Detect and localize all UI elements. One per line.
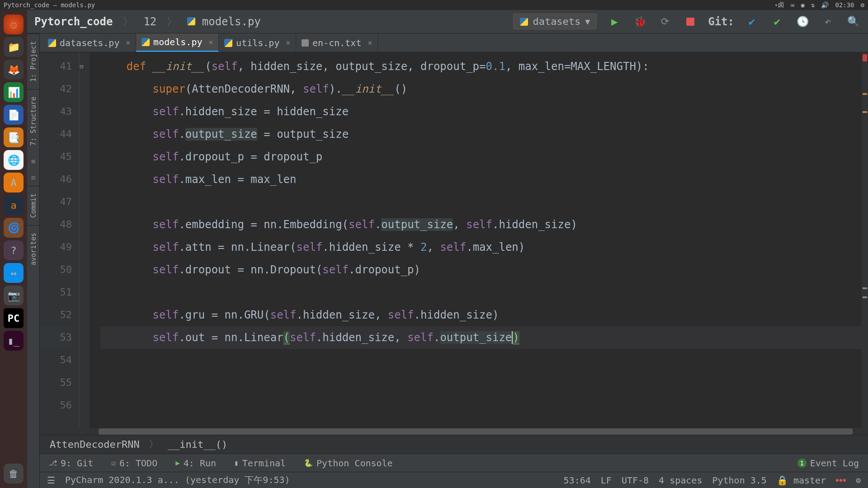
file-tab-en-cn-txt[interactable]: en-cn.txt× bbox=[296, 33, 378, 52]
dock-terminal[interactable]: ▮_ bbox=[4, 331, 24, 351]
line-number[interactable]: 44 bbox=[40, 123, 72, 145]
session-icon[interactable]: ⚙ bbox=[861, 1, 864, 9]
marker-caret[interactable] bbox=[863, 296, 867, 298]
error-stripe-icon[interactable] bbox=[863, 54, 867, 61]
code-editor[interactable]: 41424344454647484950515253545556 ⊟ def _… bbox=[40, 52, 868, 428]
line-number[interactable]: 50 bbox=[40, 258, 72, 281]
code-line[interactable] bbox=[100, 281, 862, 304]
run-button[interactable]: ▶ bbox=[607, 14, 622, 29]
line-number[interactable]: 51 bbox=[40, 281, 72, 304]
indent-settings[interactable]: 4 spaces bbox=[659, 475, 702, 486]
tool-todo[interactable]: ☑6: TODO bbox=[111, 458, 157, 469]
line-number[interactable]: 54 bbox=[40, 349, 72, 371]
volume-icon[interactable]: 🔊 bbox=[821, 1, 829, 9]
dock-pycharm[interactable]: PC bbox=[4, 308, 24, 328]
horizontal-scrollbar[interactable] bbox=[90, 428, 862, 435]
code-line[interactable] bbox=[100, 394, 862, 417]
line-number[interactable]: 48 bbox=[40, 213, 72, 236]
code-line[interactable] bbox=[100, 191, 862, 213]
clock[interactable]: 02:30 bbox=[835, 1, 854, 9]
line-gutter[interactable]: 41424344454647484950515253545556 bbox=[40, 52, 80, 428]
marker-warn[interactable] bbox=[863, 93, 867, 95]
code-line[interactable]: self.max_len = max_len bbox=[100, 168, 862, 191]
file-tab-datasets-py[interactable]: datasets.py× bbox=[42, 33, 136, 52]
code-area[interactable]: def __init__(self, hidden_size, output_s… bbox=[90, 52, 862, 428]
close-tab-icon[interactable]: × bbox=[286, 38, 290, 47]
event-log[interactable]: 1Event Log bbox=[797, 458, 859, 469]
dock-chrome[interactable]: 🌐 bbox=[4, 150, 24, 170]
marker-caret[interactable] bbox=[863, 287, 867, 289]
line-number[interactable]: 49 bbox=[40, 236, 72, 258]
line-separator[interactable]: LF bbox=[601, 475, 612, 486]
line-number[interactable]: 46 bbox=[40, 168, 72, 191]
search-everywhere-button[interactable]: 🔍 bbox=[845, 14, 861, 29]
line-number[interactable]: 47 bbox=[40, 191, 72, 213]
nav-class[interactable]: AttenDecoderRNN bbox=[50, 439, 140, 450]
file-tab-models-py[interactable]: models.py× bbox=[136, 33, 219, 52]
file-encoding[interactable]: UTF-8 bbox=[622, 475, 649, 486]
input-method-icon[interactable]: 卤 bbox=[778, 1, 784, 9]
overview-ruler[interactable] bbox=[862, 52, 868, 428]
code-line[interactable]: self.dropout_p = dropout_p bbox=[100, 145, 862, 168]
line-number[interactable]: 45 bbox=[40, 145, 72, 168]
breadcrumb-project[interactable]: Pytorch_code bbox=[34, 15, 113, 28]
git-rollback-button[interactable]: ↶ bbox=[820, 14, 835, 29]
fold-marker-icon[interactable]: ⊟ bbox=[80, 55, 90, 78]
git-update-button[interactable]: ✔ bbox=[744, 14, 760, 29]
code-line[interactable]: self.hidden_size = hidden_size bbox=[100, 100, 862, 123]
code-line[interactable]: def __init__(self, hidden_size, output_s… bbox=[100, 55, 862, 78]
code-line[interactable]: self.embedding = nn.Embedding(self.outpu… bbox=[100, 213, 862, 236]
line-number[interactable]: 52 bbox=[40, 304, 72, 326]
side-tab-icon-2[interactable]: ⊡ bbox=[27, 169, 39, 186]
dock-help[interactable]: ? bbox=[4, 240, 24, 260]
close-tab-icon[interactable]: × bbox=[368, 38, 372, 47]
scrollbar-thumb[interactable] bbox=[99, 428, 853, 435]
stop-button[interactable] bbox=[683, 14, 698, 29]
updown-icon[interactable]: ⇅ bbox=[811, 1, 815, 9]
dock-trash[interactable]: 🗑 bbox=[4, 464, 24, 483]
side-tab-project[interactable]: 1: Project bbox=[27, 33, 39, 89]
close-tab-icon[interactable]: × bbox=[208, 38, 213, 47]
side-tab-commit[interactable]: Commit bbox=[27, 186, 39, 225]
code-line[interactable]: self.attn = nn.Linear(self.hidden_size *… bbox=[100, 236, 862, 258]
code-line[interactable] bbox=[100, 349, 862, 371]
tool-terminal[interactable]: ▮Terminal bbox=[234, 458, 286, 469]
code-line[interactable]: super(AttenDecoderRNN, self).__init__() bbox=[100, 78, 862, 100]
mail-icon[interactable]: ✉ bbox=[791, 1, 794, 9]
nav-method[interactable]: __init__() bbox=[168, 439, 227, 450]
caret-position[interactable]: 53:64 bbox=[564, 475, 591, 486]
git-branch[interactable]: 🔒 master bbox=[777, 475, 826, 486]
dock-impress[interactable]: 📑 bbox=[4, 127, 24, 147]
line-number[interactable]: 42 bbox=[40, 78, 72, 100]
status-menu-icon[interactable]: ☰ bbox=[47, 475, 55, 486]
file-tab-utils-py[interactable]: utils.py× bbox=[219, 33, 296, 52]
code-line[interactable] bbox=[100, 371, 862, 394]
menu-chevron-icon[interactable]: ▾ bbox=[774, 1, 778, 9]
marker-warn[interactable] bbox=[863, 111, 867, 113]
line-number[interactable]: 56 bbox=[40, 394, 72, 417]
tool-git[interactable]: ⎇9: Git bbox=[49, 458, 93, 469]
recording-indicator-icon[interactable] bbox=[836, 479, 846, 482]
git-history-button[interactable]: 🕓 bbox=[795, 14, 810, 29]
dock-firefox[interactable]: 🦊 bbox=[4, 60, 24, 80]
dock-writer[interactable]: 📄 bbox=[4, 105, 24, 125]
interpreter[interactable]: Python 3.5 bbox=[712, 475, 766, 486]
dock-teamviewer[interactable]: ↔ bbox=[4, 263, 24, 283]
side-tab-favorites[interactable]: avorites bbox=[27, 225, 39, 272]
breadcrumb-folder[interactable]: 12 bbox=[143, 15, 156, 28]
code-line[interactable]: self.gru = nn.GRU(self.hidden_size, self… bbox=[100, 304, 862, 326]
fold-gutter[interactable]: ⊟ bbox=[80, 52, 90, 428]
close-tab-icon[interactable]: × bbox=[126, 38, 130, 47]
breadcrumb-file[interactable]: models.py bbox=[187, 15, 261, 28]
coverage-button[interactable]: ⟳ bbox=[657, 14, 673, 29]
line-number[interactable]: 43 bbox=[40, 100, 72, 123]
dock-software[interactable]: A bbox=[4, 173, 24, 192]
line-number[interactable]: 53 bbox=[40, 326, 72, 349]
tool-run[interactable]: ▶4: Run bbox=[175, 458, 216, 469]
tool-python-console[interactable]: 🐍Python Console bbox=[304, 458, 393, 469]
code-line[interactable]: self.dropout = nn.Dropout(self.dropout_p… bbox=[100, 258, 862, 281]
settings-icon[interactable]: ⚙ bbox=[856, 475, 861, 485]
code-line[interactable]: self.out = nn.Linear(self.hidden_size, s… bbox=[100, 326, 862, 349]
dock-ubuntu-one[interactable]: 🌀 bbox=[4, 218, 24, 238]
network-icon[interactable]: ◉ bbox=[801, 1, 805, 9]
